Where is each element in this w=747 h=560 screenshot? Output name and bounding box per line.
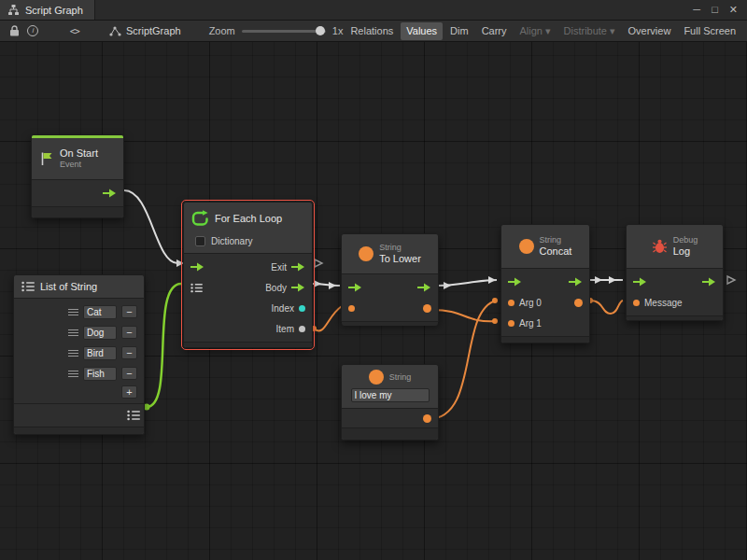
string-out-port[interactable] [423,304,431,313]
flow-out-port[interactable] [702,277,716,287]
wire-arrowhead [595,276,602,284]
breadcrumb[interactable]: ScriptGraph [109,25,181,36]
zoom-slider-thumb[interactable] [316,26,325,35]
graph-canvas[interactable]: On Start Event List of String [0,42,747,560]
add-item-button[interactable]: + [121,385,137,399]
arg1-in-port[interactable] [508,320,514,327]
wire-arrowhead [609,276,616,284]
flow-out-port[interactable] [103,189,117,198]
wire-tolower-concat[interactable] [438,280,497,286]
node-on-start[interactable]: On Start Event [31,134,124,218]
dictionary-checkbox[interactable] [195,236,205,246]
tab-script-graph[interactable]: Script Graph [0,0,95,20]
string-in-port[interactable] [348,305,355,312]
wire-body-tolower[interactable] [312,284,340,286]
node-string-literal[interactable]: String [341,364,439,441]
arg1-in-port-dot[interactable] [492,318,498,324]
string-out-port[interactable] [423,414,431,423]
flow-in-port[interactable] [348,283,362,292]
port-row-message: Message [627,292,723,313]
drag-handle-icon[interactable] [68,350,78,357]
graph-toolbar: i <> ScriptGraph Zoom 1x Relations Value… [0,21,747,42]
toolbar-buttons: Relations Values Dim Carry Align ▾ Distr… [345,22,741,40]
wire-list-foreach[interactable] [147,284,181,407]
drag-handle-icon[interactable] [68,371,78,377]
node-log[interactable]: Debug Log Message [626,224,724,321]
flow-in-port[interactable] [508,277,522,287]
drag-handle-icon[interactable] [68,309,78,315]
port-label-arg1: Arg 1 [519,318,542,329]
zoom-control: Zoom 1x [209,25,344,36]
port-row-index: Index [184,298,312,318]
node-concat[interactable]: String Concat Arg 0 [500,224,590,343]
port-row-item: Item [184,318,312,339]
node-subtitle: Event [60,160,98,170]
list-item-row: − [14,343,144,363]
remove-item-button[interactable]: − [121,367,137,380]
flow-in-port[interactable] [190,262,204,272]
node-for-each-loop[interactable]: For Each Loop Dictionary Exit [183,202,313,348]
maximize-icon[interactable]: □ [712,4,718,16]
body-flow-out-port[interactable] [291,283,305,292]
wire-arrowhead [314,280,321,287]
list-item-field[interactable] [83,367,117,381]
arg0-in-port[interactable] [508,300,514,306]
wire-onstart-foreach[interactable] [124,190,177,263]
list-out-port[interactable] [127,410,140,421]
node-to-lower[interactable]: String To Lower [341,233,439,323]
list-item-field[interactable] [83,305,117,319]
message-in-port[interactable] [633,300,640,306]
distribute-button[interactable]: Distribute ▾ [558,22,621,40]
info-icon[interactable]: i [24,22,41,40]
wire-item-tolower[interactable] [314,306,342,330]
item-out-port[interactable] [299,326,305,332]
list-item-field[interactable] [83,326,117,340]
index-out-port[interactable] [299,305,305,312]
lock-icon[interactable] [6,22,22,40]
node-type-label: String [540,235,572,245]
drag-handle-icon[interactable] [68,329,78,336]
string-out-port[interactable] [574,299,583,307]
values-button[interactable]: Values [401,22,443,40]
port-row [32,183,123,203]
node-title: On Start [60,147,98,160]
flow-port-row [627,272,723,292]
list-in-port[interactable] [190,283,203,293]
close-icon[interactable]: ✕ [729,4,738,16]
wire-concat-message[interactable] [590,301,623,314]
unconnected-exit-triangle[interactable] [315,259,322,267]
carry-button[interactable]: Carry [476,22,513,40]
port-label-exit: Exit [271,262,287,273]
list-item-field[interactable] [83,346,117,360]
node-footer [627,315,723,320]
wire-tolower-arg1[interactable] [432,310,496,321]
overview-button[interactable]: Overview [623,22,677,40]
arg0-in-port-dot[interactable] [492,298,498,303]
code-icon[interactable]: <> [66,22,83,40]
minimize-icon[interactable]: ─ [693,4,700,16]
string-value-field[interactable] [351,388,430,402]
breadcrumb-label: ScriptGraph [126,25,181,36]
node-footer [184,342,312,347]
dim-button[interactable]: Dim [444,22,474,40]
exit-flow-out-port[interactable] [291,262,305,272]
checkbox-label: Dictionary [211,236,252,246]
node-list-of-string[interactable]: List of String − − − − [13,274,145,435]
remove-item-button[interactable]: − [121,305,137,318]
zoom-slider[interactable] [242,30,326,33]
graph-icon [7,5,20,15]
string-port-row [342,410,438,427]
flow-in-port[interactable] [633,277,647,287]
flag-icon [39,151,54,166]
fullscreen-button[interactable]: Full Screen [678,22,741,40]
relations-button[interactable]: Relations [345,22,399,40]
flow-out-port[interactable] [569,277,583,287]
flow-out-port[interactable] [417,283,431,292]
unconnected-exit-triangle[interactable] [727,276,735,284]
align-button[interactable]: Align ▾ [514,22,557,40]
remove-item-button[interactable]: − [121,326,137,339]
port-row-arg0: Arg 0 [501,292,589,313]
list-output-row [14,404,144,427]
remove-item-button[interactable]: − [121,346,137,359]
list-item-row: − [14,363,144,384]
